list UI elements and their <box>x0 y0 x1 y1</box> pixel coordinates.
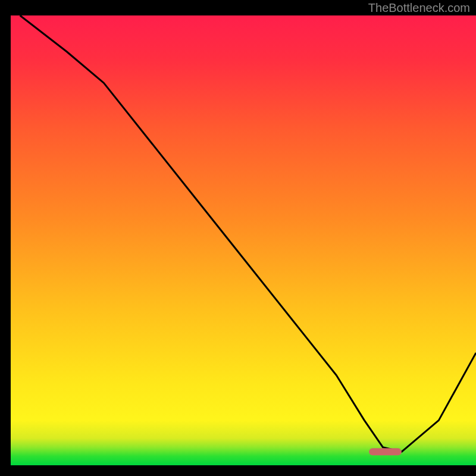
chart-container: TheBottleneck.com <box>0 0 476 476</box>
bottleneck-chart <box>0 0 476 476</box>
optimal-segment-marker <box>369 448 402 455</box>
gradient-background <box>11 15 476 465</box>
plot-area <box>11 15 476 465</box>
attribution-label: TheBottleneck.com <box>368 1 470 15</box>
